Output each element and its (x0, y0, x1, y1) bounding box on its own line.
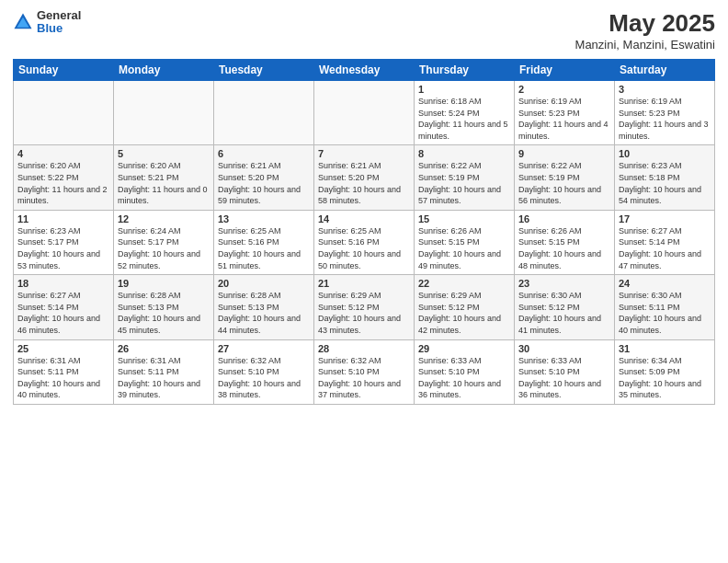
day-info: Sunrise: 6:19 AM Sunset: 5:23 PM Dayligh… (518, 96, 610, 142)
table-row: 17Sunrise: 6:27 AM Sunset: 5:14 PM Dayli… (615, 210, 715, 274)
calendar-week-row: 4Sunrise: 6:20 AM Sunset: 5:22 PM Daylig… (14, 145, 715, 210)
day-number: 24 (619, 278, 711, 289)
day-number: 1 (418, 84, 510, 95)
table-row (314, 81, 415, 145)
col-saturday: Saturday (615, 60, 715, 81)
table-row: 8Sunrise: 6:22 AM Sunset: 5:19 PM Daylig… (415, 145, 515, 210)
table-row: 9Sunrise: 6:22 AM Sunset: 5:19 PM Daylig… (515, 145, 615, 210)
day-info: Sunrise: 6:28 AM Sunset: 5:13 PM Dayligh… (218, 290, 310, 336)
day-info: Sunrise: 6:18 AM Sunset: 5:24 PM Dayligh… (418, 96, 510, 142)
day-number: 19 (118, 278, 210, 289)
logo-blue: Blue (37, 22, 81, 35)
day-number: 12 (118, 213, 210, 224)
table-row: 18Sunrise: 6:27 AM Sunset: 5:14 PM Dayli… (14, 275, 114, 339)
table-row: 26Sunrise: 6:31 AM Sunset: 5:11 PM Dayli… (114, 339, 214, 404)
day-info: Sunrise: 6:32 AM Sunset: 5:10 PM Dayligh… (218, 355, 310, 401)
table-row: 6Sunrise: 6:21 AM Sunset: 5:20 PM Daylig… (214, 145, 314, 210)
table-row: 28Sunrise: 6:32 AM Sunset: 5:10 PM Dayli… (314, 339, 415, 404)
day-number: 8 (418, 148, 510, 159)
day-number: 13 (218, 213, 310, 224)
table-row (14, 81, 114, 145)
table-row: 19Sunrise: 6:28 AM Sunset: 5:13 PM Dayli… (114, 275, 214, 339)
table-row: 7Sunrise: 6:21 AM Sunset: 5:20 PM Daylig… (314, 145, 415, 210)
day-number: 3 (619, 84, 711, 95)
table-row: 30Sunrise: 6:33 AM Sunset: 5:10 PM Dayli… (515, 339, 615, 404)
day-info: Sunrise: 6:34 AM Sunset: 5:09 PM Dayligh… (619, 355, 711, 401)
col-friday: Friday (515, 60, 615, 81)
table-row: 20Sunrise: 6:28 AM Sunset: 5:13 PM Dayli… (214, 275, 314, 339)
table-row: 5Sunrise: 6:20 AM Sunset: 5:21 PM Daylig… (114, 145, 214, 210)
day-number: 17 (619, 213, 711, 224)
table-row: 12Sunrise: 6:24 AM Sunset: 5:17 PM Dayli… (114, 210, 214, 274)
day-info: Sunrise: 6:21 AM Sunset: 5:20 PM Dayligh… (218, 160, 310, 206)
day-number: 9 (518, 148, 610, 159)
day-info: Sunrise: 6:32 AM Sunset: 5:10 PM Dayligh… (318, 355, 410, 401)
calendar-header-row: Sunday Monday Tuesday Wednesday Thursday… (14, 60, 715, 81)
table-row (214, 81, 314, 145)
day-info: Sunrise: 6:20 AM Sunset: 5:22 PM Dayligh… (17, 160, 109, 206)
table-row: 27Sunrise: 6:32 AM Sunset: 5:10 PM Dayli… (214, 339, 314, 404)
day-info: Sunrise: 6:29 AM Sunset: 5:12 PM Dayligh… (418, 290, 510, 336)
day-number: 6 (218, 148, 310, 159)
day-info: Sunrise: 6:26 AM Sunset: 5:15 PM Dayligh… (418, 225, 510, 271)
day-info: Sunrise: 6:31 AM Sunset: 5:11 PM Dayligh… (17, 355, 109, 401)
table-row: 15Sunrise: 6:26 AM Sunset: 5:15 PM Dayli… (415, 210, 515, 274)
logo-icon (13, 12, 33, 32)
day-number: 22 (418, 278, 510, 289)
logo-general: General (37, 9, 81, 22)
col-thursday: Thursday (415, 60, 515, 81)
calendar-week-row: 25Sunrise: 6:31 AM Sunset: 5:11 PM Dayli… (14, 339, 715, 404)
day-number: 7 (318, 148, 410, 159)
day-number: 27 (218, 343, 310, 354)
day-info: Sunrise: 6:19 AM Sunset: 5:23 PM Dayligh… (619, 96, 711, 142)
day-info: Sunrise: 6:24 AM Sunset: 5:17 PM Dayligh… (118, 225, 210, 271)
table-row (114, 81, 214, 145)
col-sunday: Sunday (14, 60, 114, 81)
day-number: 20 (218, 278, 310, 289)
day-info: Sunrise: 6:28 AM Sunset: 5:13 PM Dayligh… (118, 290, 210, 336)
table-row: 11Sunrise: 6:23 AM Sunset: 5:17 PM Dayli… (14, 210, 114, 274)
day-info: Sunrise: 6:21 AM Sunset: 5:20 PM Dayligh… (318, 160, 410, 206)
day-info: Sunrise: 6:30 AM Sunset: 5:11 PM Dayligh… (619, 290, 711, 336)
table-row: 4Sunrise: 6:20 AM Sunset: 5:22 PM Daylig… (14, 145, 114, 210)
table-row: 10Sunrise: 6:23 AM Sunset: 5:18 PM Dayli… (615, 145, 715, 210)
day-number: 5 (118, 148, 210, 159)
page: General Blue May 2025 Manzini, Manzini, … (0, 0, 728, 563)
table-row: 23Sunrise: 6:30 AM Sunset: 5:12 PM Dayli… (515, 275, 615, 339)
table-row: 14Sunrise: 6:25 AM Sunset: 5:16 PM Dayli… (314, 210, 415, 274)
day-info: Sunrise: 6:30 AM Sunset: 5:12 PM Dayligh… (518, 290, 610, 336)
col-tuesday: Tuesday (214, 60, 314, 81)
day-info: Sunrise: 6:31 AM Sunset: 5:11 PM Dayligh… (118, 355, 210, 401)
day-info: Sunrise: 6:29 AM Sunset: 5:12 PM Dayligh… (318, 290, 410, 336)
title-block: May 2025 Manzini, Manzini, Eswatini (575, 9, 715, 52)
day-info: Sunrise: 6:22 AM Sunset: 5:19 PM Dayligh… (418, 160, 510, 206)
calendar-table: Sunday Monday Tuesday Wednesday Thursday… (13, 59, 715, 405)
day-number: 15 (418, 213, 510, 224)
subtitle: Manzini, Manzini, Eswatini (575, 38, 715, 52)
day-number: 2 (518, 84, 610, 95)
table-row: 16Sunrise: 6:26 AM Sunset: 5:15 PM Dayli… (515, 210, 615, 274)
day-info: Sunrise: 6:25 AM Sunset: 5:16 PM Dayligh… (318, 225, 410, 271)
col-wednesday: Wednesday (314, 60, 415, 81)
day-number: 10 (619, 148, 711, 159)
table-row: 3Sunrise: 6:19 AM Sunset: 5:23 PM Daylig… (615, 81, 715, 145)
calendar-week-row: 18Sunrise: 6:27 AM Sunset: 5:14 PM Dayli… (14, 275, 715, 339)
day-number: 31 (619, 343, 711, 354)
day-number: 28 (318, 343, 410, 354)
day-number: 11 (17, 213, 109, 224)
day-info: Sunrise: 6:25 AM Sunset: 5:16 PM Dayligh… (218, 225, 310, 271)
day-info: Sunrise: 6:23 AM Sunset: 5:18 PM Dayligh… (619, 160, 711, 206)
header: General Blue May 2025 Manzini, Manzini, … (13, 9, 715, 52)
day-number: 18 (17, 278, 109, 289)
table-row: 29Sunrise: 6:33 AM Sunset: 5:10 PM Dayli… (415, 339, 515, 404)
day-number: 14 (318, 213, 410, 224)
table-row: 31Sunrise: 6:34 AM Sunset: 5:09 PM Dayli… (615, 339, 715, 404)
day-info: Sunrise: 6:33 AM Sunset: 5:10 PM Dayligh… (418, 355, 510, 401)
table-row: 21Sunrise: 6:29 AM Sunset: 5:12 PM Dayli… (314, 275, 415, 339)
day-info: Sunrise: 6:22 AM Sunset: 5:19 PM Dayligh… (518, 160, 610, 206)
day-number: 23 (518, 278, 610, 289)
table-row: 24Sunrise: 6:30 AM Sunset: 5:11 PM Dayli… (615, 275, 715, 339)
logo-text: General Blue (37, 9, 81, 36)
table-row: 1Sunrise: 6:18 AM Sunset: 5:24 PM Daylig… (415, 81, 515, 145)
day-info: Sunrise: 6:20 AM Sunset: 5:21 PM Dayligh… (118, 160, 210, 206)
